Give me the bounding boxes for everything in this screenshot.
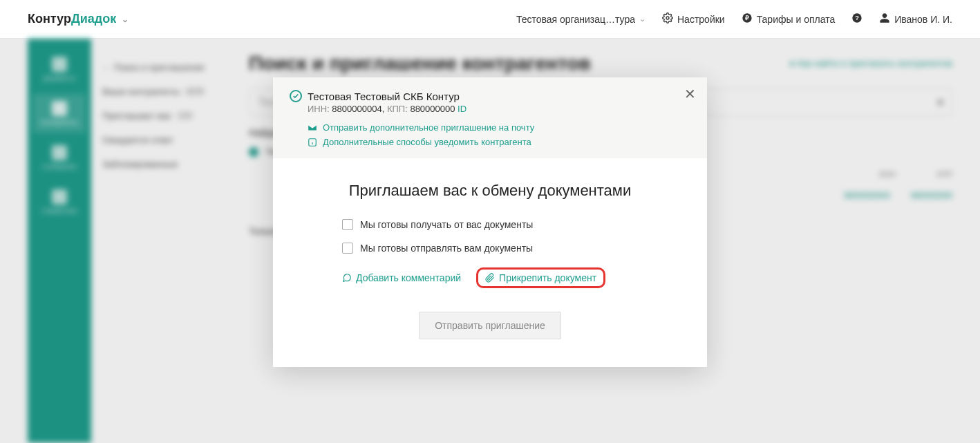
svg-text:?: ? xyxy=(855,15,859,21)
settings-label: Настройки xyxy=(677,14,725,25)
add-comment-label: Добавить комментарий xyxy=(356,272,461,283)
close-button[interactable]: ✕ xyxy=(684,87,696,101)
checkbox-receive-label: Мы готовы получать от вас документы xyxy=(360,219,533,230)
svg-text:₽: ₽ xyxy=(745,15,749,21)
logo-diadoc: Диадок xyxy=(71,12,116,26)
org-name: Тестовая Тестовый СКБ Контур xyxy=(308,91,460,102)
logo-kontur: Контур xyxy=(28,12,71,26)
logo[interactable]: Контур Диадок ⌄ xyxy=(28,12,129,26)
tariffs-label: Тарифы и оплата xyxy=(757,14,836,25)
additional-notify-label: Дополнительные способы уведомить контраг… xyxy=(323,137,531,147)
invite-modal: ✕ Тестовая Тестовый СКБ Контур ИНН: 8800… xyxy=(273,77,707,367)
modal-header: ✕ Тестовая Тестовый СКБ Контур ИНН: 8800… xyxy=(273,77,707,158)
kpp-label: КПП: xyxy=(387,104,408,114)
add-comment-link[interactable]: Добавить комментарий xyxy=(342,272,461,283)
comment-icon xyxy=(342,273,352,283)
checkbox-receive-row: Мы готовы получать от вас документы xyxy=(342,219,638,230)
chevron-down-icon: ⌄ xyxy=(639,15,646,23)
send-email-label: Отправить дополнительное приглашение на … xyxy=(323,122,534,133)
kpp-value: 880000000 xyxy=(410,104,455,114)
ruble-icon: ₽ xyxy=(742,12,753,26)
paperclip-icon xyxy=(485,273,495,283)
attach-document-label: Прикрепить документ xyxy=(499,272,596,283)
modal-overlay: ✕ Тестовая Тестовый СКБ Контур ИНН: 8800… xyxy=(0,39,980,443)
user-label: Иванов И. И. xyxy=(894,14,952,25)
mail-icon xyxy=(308,123,317,133)
org-selector[interactable]: Тестовая организац…тура ⌄ xyxy=(516,14,646,25)
checkbox-send[interactable] xyxy=(342,243,353,254)
additional-notify-link[interactable]: Дополнительные способы уведомить контраг… xyxy=(308,137,690,147)
id-link[interactable]: ID xyxy=(458,104,467,114)
checkbox-send-label: Мы готовы отправлять вам документы xyxy=(360,243,533,254)
send-email-invite-link[interactable]: Отправить дополнительное приглашение на … xyxy=(308,122,690,133)
user-menu[interactable]: Иванов И. И. xyxy=(879,12,952,26)
inn-value: 8800000004, xyxy=(332,104,384,114)
attach-document-link[interactable]: Прикрепить документ xyxy=(485,272,596,283)
org-details: ИНН: 8800000004, КПП: 880000000 ID xyxy=(308,104,690,114)
gear-icon xyxy=(662,12,673,26)
checkbox-receive[interactable] xyxy=(342,219,353,230)
svg-point-0 xyxy=(666,17,669,19)
modal-title: Приглашаем вас к обмену документами xyxy=(342,182,638,200)
user-icon xyxy=(879,12,890,26)
tariffs-link[interactable]: ₽ Тарифы и оплата xyxy=(742,12,836,26)
settings-link[interactable]: Настройки xyxy=(662,12,725,26)
highlight-frame: Прикрепить документ xyxy=(476,267,605,288)
help-icon: ? xyxy=(851,12,863,26)
help-button[interactable]: ? xyxy=(851,12,863,26)
modal-body: Приглашаем вас к обмену документами Мы г… xyxy=(273,158,707,367)
send-invite-button[interactable]: Отправить приглашение xyxy=(419,312,561,339)
info-icon xyxy=(308,138,317,147)
checkbox-send-row: Мы готовы отправлять вам документы xyxy=(342,243,638,254)
check-circle-icon xyxy=(290,90,302,102)
chevron-down-icon[interactable]: ⌄ xyxy=(122,15,129,24)
inn-label: ИНН: xyxy=(308,104,330,114)
org-selector-label: Тестовая организац…тура xyxy=(516,14,635,25)
app-header: Контур Диадок ⌄ Тестовая организац…тура … xyxy=(0,0,980,39)
